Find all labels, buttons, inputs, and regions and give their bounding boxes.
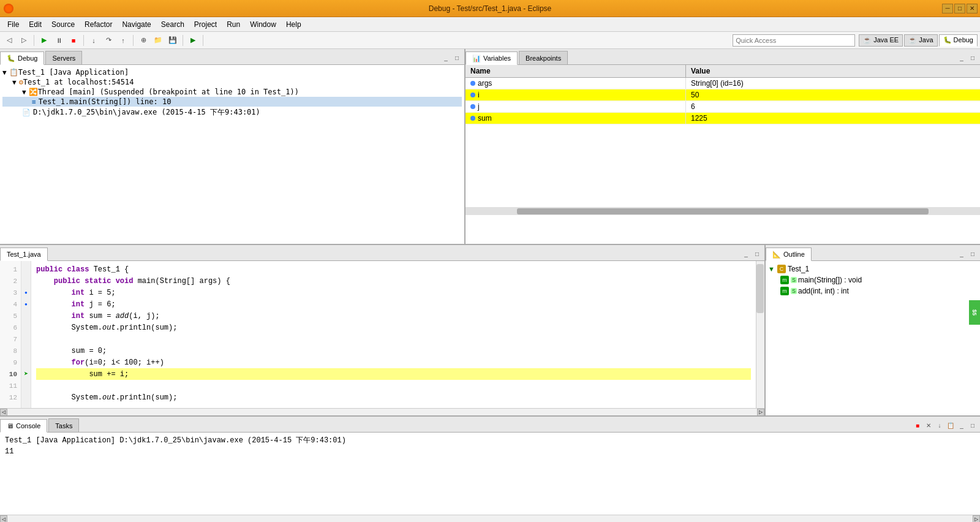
minimize-button[interactable]: ─ bbox=[942, 4, 953, 13]
editor-hscroll[interactable]: ◁ ▷ bbox=[0, 408, 764, 415]
toolbar-back-btn[interactable]: ◁ bbox=[2, 34, 16, 47]
line-num-1: 1 bbox=[0, 263, 21, 275]
toolbar-step-return-btn[interactable]: ↑ bbox=[116, 34, 130, 47]
toolbar-debug-btn[interactable]: ▶ bbox=[37, 34, 51, 47]
editor-minimize-btn[interactable]: _ bbox=[741, 249, 751, 259]
line-num-5: 5 bbox=[0, 310, 21, 322]
line-num-4: 4 bbox=[0, 298, 21, 310]
hscroll-right-btn[interactable]: ▷ bbox=[757, 409, 764, 416]
outline-item-add[interactable]: m S add(int, int) : int bbox=[768, 286, 978, 297]
var-value-j: 6 bbox=[686, 101, 980, 112]
console-minimize-btn[interactable]: _ bbox=[957, 420, 967, 430]
perspective-java-ee[interactable]: ☕ Java EE bbox=[859, 34, 903, 47]
outline-item-class[interactable]: ▼ C Test_1 bbox=[768, 263, 978, 274]
menu-item-window[interactable]: Window bbox=[245, 19, 281, 30]
tree-item-frame[interactable]: ≡ Test_1.main(String[]) line: 10 bbox=[2, 97, 462, 107]
outline-method-add: add(int, int) : int bbox=[798, 287, 849, 295]
perspective-buttons: ☕ Java EE ☕ Java 🐛 Debug bbox=[859, 34, 978, 47]
menu-item-search[interactable]: Search bbox=[156, 19, 189, 30]
toolbar-stop-btn[interactable]: ■ bbox=[67, 34, 80, 47]
console-copy-btn[interactable]: 📋 bbox=[946, 420, 956, 430]
var-row-args[interactable]: args String[0] (id=16) bbox=[466, 78, 980, 89]
outline-maximize-btn[interactable]: □ bbox=[968, 249, 978, 259]
debug-maximize-btn[interactable]: □ bbox=[452, 53, 462, 62]
console-content[interactable]: Test_1 [Java Application] D:\jdk1.7.0_25… bbox=[0, 433, 980, 515]
tab-breakpoints[interactable]: Breakpoints bbox=[519, 51, 568, 64]
toolbar-suspend-btn[interactable]: ⏸ bbox=[52, 34, 66, 47]
console-hscroll[interactable]: ◁ ▷ bbox=[0, 515, 980, 522]
tree-item-thread[interactable]: ▼ 🔀 Thread [main] (Suspended (breakpoint… bbox=[2, 87, 462, 97]
menu-item-run[interactable]: Run bbox=[222, 19, 245, 30]
tree-item-app[interactable]: ▼ 📋 Test_1 [Java Application] bbox=[2, 67, 462, 77]
var-icon-i bbox=[470, 93, 475, 97]
toolbar-step-into-btn[interactable]: ↓ bbox=[87, 34, 100, 47]
tab-console[interactable]: 🖥 Console bbox=[0, 419, 47, 433]
menu-item-source[interactable]: Source bbox=[47, 19, 80, 30]
toolbar-sep-2 bbox=[83, 35, 84, 46]
editor-maximize-btn[interactable]: □ bbox=[752, 249, 762, 259]
tab-variables[interactable]: 📊 Variables bbox=[466, 51, 518, 65]
debug-minimize-btn[interactable]: _ bbox=[441, 53, 451, 62]
window-controls: ─ □ ✕ bbox=[942, 4, 978, 13]
tree-item-process[interactable]: 📄 D:\jdk1.7.0_25\bin\javaw.exe (2015-4-1… bbox=[2, 107, 462, 118]
vars-hscroll[interactable] bbox=[466, 208, 980, 215]
var-name-text-i: i bbox=[478, 91, 480, 99]
vars-minimize-btn[interactable]: _ bbox=[957, 53, 967, 62]
outline-item-main[interactable]: m S main(String[]) : void bbox=[768, 274, 978, 286]
menu-item-navigate[interactable]: Navigate bbox=[117, 19, 156, 30]
close-button[interactable]: ✕ bbox=[967, 4, 978, 13]
tree-item-thread-group[interactable]: ▼ ⚙ Test_1 at localhost:54514 bbox=[2, 77, 462, 87]
var-row-sum[interactable]: sum 1225 bbox=[466, 113, 980, 124]
marker-10: ➤ bbox=[21, 368, 31, 380]
menu-item-project[interactable]: Project bbox=[189, 19, 222, 30]
var-icon-args bbox=[470, 81, 475, 86]
menu-item-edit[interactable]: Edit bbox=[24, 19, 47, 30]
editor-vscroll[interactable] bbox=[756, 261, 764, 408]
marker-5 bbox=[21, 310, 31, 322]
green-badge[interactable]: $5 bbox=[969, 300, 980, 325]
console-scroll-btn[interactable]: ↓ bbox=[935, 420, 944, 430]
toolbar-save-btn[interactable]: 💾 bbox=[166, 34, 179, 47]
menu-item-refactor[interactable]: Refactor bbox=[80, 19, 117, 30]
vars-scroll-area bbox=[466, 207, 980, 244]
bottom-row: 🖥 Console Tasks ■ ✕ ↓ 📋 _ □ Test_1 [Java… bbox=[0, 417, 980, 522]
tab-debug[interactable]: 🐛 Debug bbox=[0, 51, 44, 65]
var-row-i[interactable]: i 50 bbox=[466, 89, 980, 101]
tab-editor[interactable]: Test_1.java bbox=[0, 248, 48, 261]
tab-outline[interactable]: 📐 Outline bbox=[766, 248, 812, 261]
marker-2 bbox=[21, 275, 31, 287]
console-hscroll-right[interactable]: ▷ bbox=[973, 515, 980, 522]
editor-vscroll-thumb bbox=[756, 264, 764, 313]
menu-item-file[interactable]: File bbox=[2, 19, 24, 30]
method-icon-main: m bbox=[780, 276, 789, 284]
maximize-button[interactable]: □ bbox=[954, 4, 965, 13]
line-numbers: 1 2 3 4 5 6 7 8 9 10 11 12 bbox=[0, 261, 21, 408]
method-visibility-add: S bbox=[791, 288, 797, 294]
quick-access-input[interactable] bbox=[736, 37, 852, 44]
var-row-j[interactable]: j 6 bbox=[466, 101, 980, 113]
console-hscroll-left[interactable]: ◁ bbox=[0, 515, 7, 522]
var-name-j: j bbox=[466, 101, 686, 112]
perspective-debug[interactable]: 🐛 Debug bbox=[939, 34, 978, 47]
code-content[interactable]: public class Test_1 { public static void… bbox=[31, 261, 756, 408]
tab-tasks[interactable]: Tasks bbox=[48, 418, 79, 432]
toolbar-new-btn[interactable]: ⊕ bbox=[137, 34, 150, 47]
variables-rows: args String[0] (id=16) i 50 bbox=[466, 78, 980, 207]
console-maximize-btn[interactable]: □ bbox=[968, 420, 978, 430]
hscroll-left-btn[interactable]: ◁ bbox=[0, 409, 7, 416]
tab-servers[interactable]: Servers bbox=[45, 51, 82, 64]
console-clear-btn[interactable]: ✕ bbox=[924, 420, 933, 430]
vars-maximize-btn[interactable]: □ bbox=[968, 53, 978, 62]
toolbar-forward-btn[interactable]: ▷ bbox=[17, 34, 31, 47]
debug-panel: 🐛 Debug Servers _ □ ▼ 📋 Test_1 [Java App… bbox=[0, 49, 466, 244]
perspective-java[interactable]: ☕ Java bbox=[904, 34, 937, 47]
console-stop-btn[interactable]: ■ bbox=[913, 420, 922, 430]
toolbar-step-over-btn[interactable]: ↷ bbox=[102, 34, 115, 47]
quick-access-box[interactable] bbox=[733, 34, 855, 47]
outline-minimize-btn[interactable]: _ bbox=[957, 249, 967, 259]
menu-item-help[interactable]: Help bbox=[281, 19, 306, 30]
toolbar-run-btn[interactable]: ▶ bbox=[186, 34, 200, 47]
toolbar: ◁ ▷ ▶ ⏸ ■ ↓ ↷ ↑ ⊕ 📁 💾 ▶ ☕ Java EE ☕ Java… bbox=[0, 32, 980, 49]
toolbar-open-btn[interactable]: 📁 bbox=[151, 34, 165, 47]
toolbar-sep-3 bbox=[133, 35, 134, 46]
